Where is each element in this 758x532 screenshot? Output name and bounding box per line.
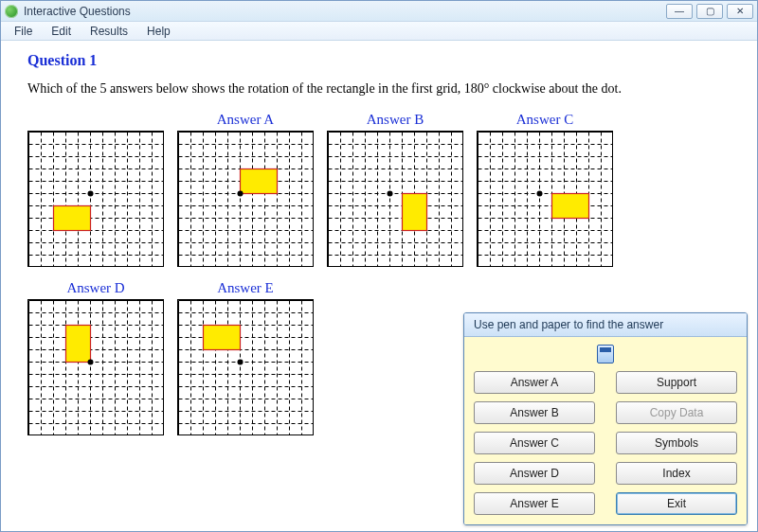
rotation-dot	[88, 191, 94, 197]
exit-button[interactable]: Exit	[616, 492, 737, 515]
rotation-dot	[238, 191, 244, 197]
app-icon	[5, 5, 18, 18]
grid-svg	[27, 299, 164, 435]
answer-a-button[interactable]: Answer A	[474, 371, 595, 394]
window-title: Interactive Questions	[24, 5, 662, 18]
menubar: File Edit Results Help	[1, 22, 757, 41]
grid-label: Answer C	[516, 112, 573, 129]
grid-label: Answer D	[66, 280, 124, 297]
grid-svg	[327, 131, 463, 267]
calculator-icon[interactable]	[597, 345, 614, 364]
calculator-row	[474, 345, 737, 364]
rectangle-shape	[403, 194, 427, 231]
grid-label: Answer B	[367, 112, 424, 129]
rectangle-shape	[54, 206, 91, 231]
minimize-icon: —	[675, 6, 684, 16]
app-window: Interactive Questions — ▢ ✕ File Edit Re…	[0, 0, 758, 532]
rectangle-shape	[66, 326, 91, 363]
question-text: Which of the 5 answers below shows the r…	[27, 79, 731, 98]
rotation-dot	[388, 191, 393, 197]
grid-svg	[27, 131, 164, 267]
rotation-dot	[88, 360, 94, 365]
answer-e-button[interactable]: Answer E	[474, 492, 595, 515]
menu-file[interactable]: File	[5, 23, 42, 40]
maximize-button[interactable]: ▢	[696, 4, 723, 19]
answer-button-grid: Answer A Support Answer B Copy Data Answ…	[474, 371, 737, 515]
answer-panel-title: Use pen and paper to find the answer	[464, 313, 747, 337]
grid-answer-b: Answer B	[327, 112, 463, 267]
grid-answer-d: Answer D	[27, 280, 164, 435]
answer-d-button[interactable]: Answer D	[474, 462, 595, 485]
support-button[interactable]: Support	[616, 371, 737, 394]
minimize-button[interactable]: —	[666, 4, 693, 19]
content-area: Question 1 Which of the 5 answers below …	[1, 41, 757, 531]
answer-panel-body: Answer A Support Answer B Copy Data Answ…	[464, 337, 747, 524]
rectangle-shape	[204, 326, 241, 350]
grid-svg	[177, 299, 314, 435]
symbols-button[interactable]: Symbols	[616, 432, 737, 454]
answer-c-button[interactable]: Answer C	[474, 432, 595, 454]
grid-label: Answer A	[217, 112, 274, 129]
answer-panel: Use pen and paper to find the answer Ans…	[463, 312, 748, 525]
grid-answer-c: Answer C	[477, 112, 613, 267]
titlebar: Interactive Questions — ▢ ✕	[1, 1, 757, 22]
close-button[interactable]: ✕	[727, 4, 753, 19]
grid-answer-a: Answer A	[177, 112, 314, 267]
rectangle-shape	[241, 169, 278, 194]
menu-edit[interactable]: Edit	[42, 23, 81, 40]
grid-answer-e: Answer E	[177, 280, 314, 435]
rotation-dot	[238, 360, 244, 365]
close-icon: ✕	[736, 6, 744, 16]
answer-b-button[interactable]: Answer B	[474, 401, 595, 424]
rotation-dot	[537, 191, 543, 197]
grid-svg	[177, 131, 314, 267]
grid-label: Answer E	[217, 280, 274, 297]
index-button[interactable]: Index	[616, 462, 737, 485]
question-heading: Question 1	[27, 52, 731, 69]
rectangle-shape	[552, 194, 589, 219]
grid-svg	[477, 131, 613, 267]
copy-data-button: Copy Data	[616, 401, 737, 424]
maximize-icon: ▢	[706, 6, 714, 16]
grid-original	[27, 112, 164, 267]
menu-results[interactable]: Results	[81, 23, 137, 40]
menu-help[interactable]: Help	[137, 23, 180, 40]
